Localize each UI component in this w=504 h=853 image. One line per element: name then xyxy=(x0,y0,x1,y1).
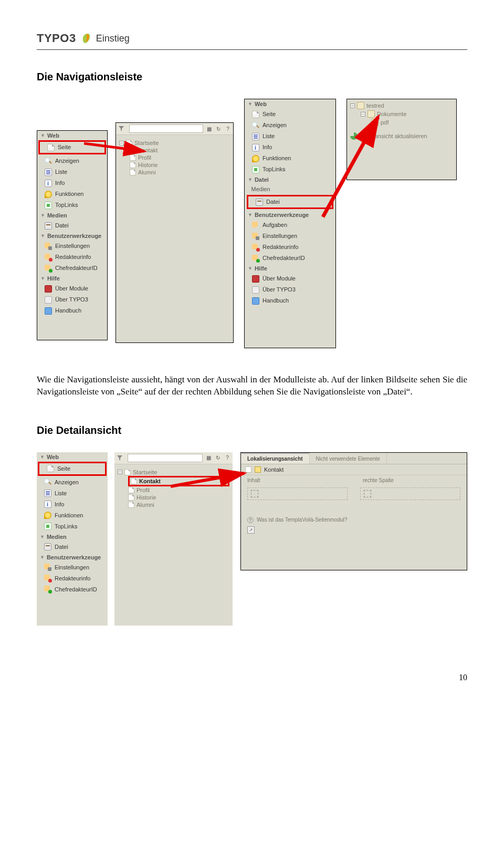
column-label-rechte-spalte: rechte Spalte xyxy=(363,477,394,483)
module-item-liste[interactable]: Liste xyxy=(245,131,335,142)
page-header: TYPO3 Einstieg xyxy=(37,32,467,45)
paragraph-nav-description: Wie die Navigationsleiste aussieht, häng… xyxy=(37,374,467,398)
content-drop-slot-left[interactable] xyxy=(247,487,348,500)
module-panel-middle: ▼Web Seite Anzeigen Liste Info Funktione… xyxy=(244,99,336,348)
module-item-datei[interactable]: Datei xyxy=(37,542,108,553)
module-item-toplinks[interactable]: TopLinks xyxy=(37,200,107,211)
module-item-seite[interactable]: Seite xyxy=(38,140,106,154)
tree-action-new-icon[interactable]: ▦ xyxy=(205,454,212,462)
file-node-pdf[interactable]: pdf xyxy=(371,118,453,127)
module-group-web[interactable]: ▼Web xyxy=(37,452,108,462)
module-item-redakteurinfo[interactable]: Redakteurinfo xyxy=(37,573,108,584)
module-group-medien[interactable]: Medien xyxy=(245,184,335,194)
module-group-medien[interactable]: ▼Medien xyxy=(37,211,107,220)
module-item-liste[interactable]: Liste xyxy=(37,488,108,499)
module-item-toplinks[interactable]: TopLinks xyxy=(245,164,335,175)
templavoila-help-row[interactable]: ?Was ist das TemplaVoilà-Seitenmodul? xyxy=(241,514,467,526)
tab-nicht-verwendete-elemente[interactable]: Nicht verwendete Elemente xyxy=(310,453,387,464)
module-group-web[interactable]: ▼Web xyxy=(37,131,107,140)
page-tree-filter-input[interactable] xyxy=(129,124,203,133)
module-item-handbuch[interactable]: Handbuch xyxy=(37,305,107,316)
tree-node-profil[interactable]: Profil xyxy=(128,486,229,494)
module-item-anzeigen[interactable]: Anzeigen xyxy=(37,477,108,488)
module-item-liste[interactable]: Liste xyxy=(37,167,107,178)
figure-detail-view: ▼Web Seite Anzeigen Liste Info Funktione… xyxy=(37,452,467,641)
tree-node-kontakt-hl[interactable]: Kontakt xyxy=(128,476,229,486)
module-item-redakteurinfo[interactable]: Redakteurinfo xyxy=(37,252,107,263)
module-group-benutzer[interactable]: ▼Benutzerwerkzeuge xyxy=(37,231,107,241)
module-group-datei[interactable]: ▼Datei xyxy=(245,175,335,184)
typo3-leaf-icon xyxy=(81,33,91,44)
module-item-funktionen[interactable]: Funktionen xyxy=(245,153,335,164)
chapter-title: Einstieg xyxy=(96,33,130,44)
module-group-web[interactable]: ▼Web xyxy=(245,99,335,109)
module-item-info[interactable]: Info xyxy=(245,142,335,153)
tree-action-help-icon[interactable]: ? xyxy=(224,125,232,132)
tree-action-new-icon[interactable]: ▦ xyxy=(205,125,213,132)
page-tree-panel-kontakt: ▦ ↻ ? −Startseite Kontakt Profil Histori… xyxy=(114,452,233,626)
filter-icon[interactable] xyxy=(116,454,123,462)
tree-action-refresh-icon[interactable]: ↻ xyxy=(214,454,222,462)
tree-node-kontakt[interactable]: Kontakt xyxy=(130,147,230,154)
module-item-seite[interactable]: Seite xyxy=(38,462,107,476)
module-item-datei[interactable]: Datei xyxy=(37,220,107,231)
file-node-testred[interactable]: −testred xyxy=(350,101,453,110)
tree-node-profil[interactable]: Profil xyxy=(130,154,230,161)
module-group-benutzer[interactable]: ▼Benutzerwerkzeuge xyxy=(37,553,108,562)
tab-lokalisierungsansicht[interactable]: Lokalisierungsansicht xyxy=(241,453,310,464)
module-item-info[interactable]: Info xyxy=(37,178,107,189)
detail-page-name: Kontakt xyxy=(264,466,284,473)
column-label-inhalt: Inhalt xyxy=(247,477,342,483)
typo3-logo-text: TYPO3 xyxy=(37,32,76,45)
module-item-toplinks[interactable]: TopLinks xyxy=(37,521,108,532)
module-group-hilfe[interactable]: ▼Hilfe xyxy=(245,264,335,273)
tree-node-historie[interactable]: Historie xyxy=(130,161,230,169)
expand-icon[interactable]: ↗ xyxy=(247,526,255,534)
tree-action-refresh-icon[interactable]: ↻ xyxy=(215,125,222,132)
tree-node-alumni[interactable]: Alumni xyxy=(128,501,229,508)
figure-navigation-panels: ▼Web Seite Anzeigen Liste Info Funktione… xyxy=(37,99,467,361)
module-item-einstellungen[interactable]: Einstellungen xyxy=(245,231,335,242)
module-item-seite[interactable]: Seite xyxy=(245,109,335,120)
edit-icon[interactable] xyxy=(255,466,261,473)
tree-node-startseite[interactable]: −Startseite xyxy=(119,139,230,147)
module-group-benutzer[interactable]: ▼Benutzerwerkzeuge xyxy=(245,210,335,220)
module-item-funktionen[interactable]: Funktionen xyxy=(37,189,107,200)
module-item-chefredakteurid[interactable]: ChefredakteurID xyxy=(37,263,107,274)
module-item-ueber-module[interactable]: Über Module xyxy=(245,273,335,284)
module-item-handbuch[interactable]: Handbuch xyxy=(245,295,335,306)
module-item-einstellungen[interactable]: Einstellungen xyxy=(37,241,107,252)
module-item-einstellungen[interactable]: Einstellungen xyxy=(37,562,108,573)
module-group-medien[interactable]: ▼Medien xyxy=(37,532,108,542)
module-item-funktionen[interactable]: Funktionen xyxy=(37,510,108,521)
tree-refresh[interactable]: Baumansicht aktualisieren xyxy=(350,132,453,140)
module-item-ueber-typo3[interactable]: Über TYPO3 xyxy=(37,294,107,305)
module-item-info[interactable]: Info xyxy=(37,499,108,510)
module-item-chefredakteurid[interactable]: ChefredakteurID xyxy=(245,253,335,264)
page-tree-filter-input[interactable] xyxy=(128,454,203,462)
module-item-datei-hl[interactable]: Datei xyxy=(247,195,333,209)
page-icon xyxy=(245,466,251,473)
tree-node-alumni[interactable]: Alumni xyxy=(130,169,230,176)
tree-node-startseite[interactable]: −Startseite xyxy=(118,469,229,476)
content-drop-slot-right[interactable] xyxy=(360,487,460,500)
module-item-chefredakteurid[interactable]: ChefredakteurID xyxy=(37,584,108,595)
module-group-hilfe[interactable]: ▼Hilfe xyxy=(37,274,107,283)
filter-icon[interactable] xyxy=(118,125,125,132)
module-item-anzeigen[interactable]: Anzeigen xyxy=(37,155,107,167)
header-divider xyxy=(37,49,467,50)
section-heading-nav: Die Navigationsleiste xyxy=(37,71,467,83)
module-item-aufgaben[interactable]: Aufgaben xyxy=(245,220,335,231)
page-number: 10 xyxy=(37,673,467,682)
module-item-ueber-typo3[interactable]: Über TYPO3 xyxy=(245,284,335,295)
module-item-ueber-module[interactable]: Über Module xyxy=(37,283,107,294)
module-item-redakteurinfo[interactable]: Redakteurinfo xyxy=(245,242,335,253)
file-node-dokumente[interactable]: −Dokumente xyxy=(361,110,453,118)
tree-node-historie[interactable]: Historie xyxy=(128,494,229,501)
module-panel-left: ▼Web Seite Anzeigen Liste Info Funktione… xyxy=(37,130,108,340)
page-tree-panel-seite: ▦ ↻ ? −Startseite Kontakt Profil Histori… xyxy=(116,122,234,343)
module-item-anzeigen[interactable]: Anzeigen xyxy=(245,120,335,131)
file-tree-panel-datei: −testred −Dokumente pdf Baumansicht aktu… xyxy=(346,99,457,180)
detail-content-panel: Lokalisierungsansicht Nicht verwendete E… xyxy=(240,452,467,570)
tree-action-help-icon[interactable]: ? xyxy=(224,454,231,462)
